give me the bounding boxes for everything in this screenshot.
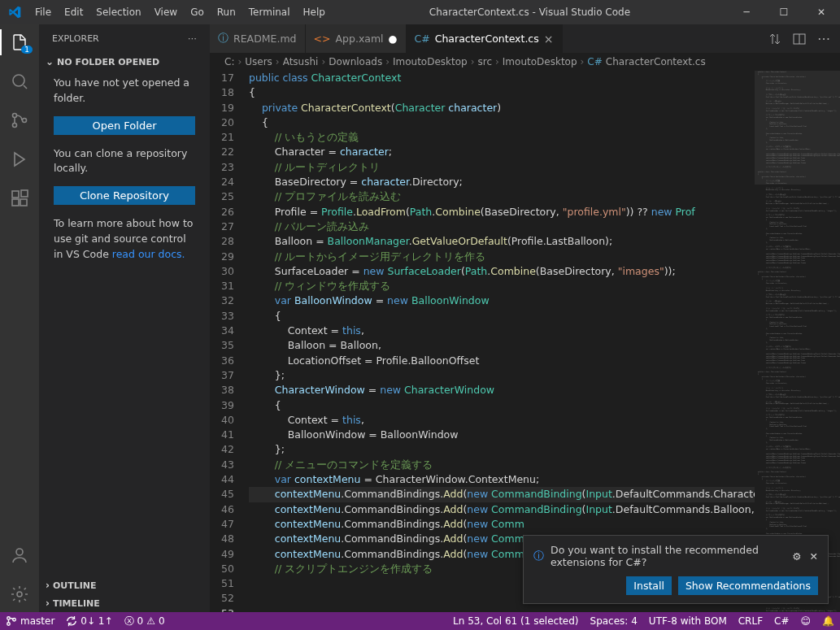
menu-go[interactable]: Go	[184, 7, 211, 18]
errors-item[interactable]: ⓧ0 ⚠0	[119, 615, 171, 628]
svg-point-9	[17, 592, 22, 597]
clone-repo-button[interactable]: Clone Repository	[54, 186, 195, 205]
menu-view[interactable]: View	[148, 7, 184, 18]
install-button[interactable]: Install	[626, 576, 672, 595]
menu-edit[interactable]: Edit	[58, 7, 89, 18]
svg-point-1	[13, 114, 17, 118]
menu-run[interactable]: Run	[211, 7, 242, 18]
branch-item[interactable]: master	[0, 615, 60, 627]
clone-message: You can clone a repository locally.	[54, 146, 195, 177]
tabs: ⓘ README.md <> App.xaml ● C# CharacterCo…	[210, 24, 840, 53]
compare-changes-icon[interactable]	[768, 33, 781, 46]
svg-point-12	[7, 623, 11, 626]
split-editor-icon[interactable]	[793, 33, 806, 46]
menu-help[interactable]: Help	[297, 7, 332, 18]
notifications-icon[interactable]: 🔔	[816, 615, 840, 627]
menu-bar[interactable]: File Edit Selection View Go Run Terminal…	[28, 7, 332, 18]
title-bar: File Edit Selection View Go Run Terminal…	[0, 0, 840, 24]
section-no-folder[interactable]: ⌄ NO FOLDER OPENED	[39, 53, 210, 71]
editor-area: ⓘ README.md <> App.xaml ● C# CharacterCo…	[210, 24, 840, 612]
language[interactable]: C#	[768, 615, 794, 627]
extensions-icon[interactable]	[10, 189, 29, 208]
svg-rect-6	[20, 199, 27, 206]
run-debug-icon[interactable]	[10, 150, 29, 169]
chevron-right-icon: ›	[46, 597, 50, 609]
feedback-icon[interactable]: 😊	[794, 615, 816, 627]
indentation[interactable]: Spaces: 4	[585, 615, 643, 627]
encoding[interactable]: UTF-8 with BOM	[643, 615, 733, 627]
more-actions-icon[interactable]: ⋯	[817, 31, 830, 46]
menu-terminal[interactable]: Terminal	[242, 7, 297, 18]
menu-selection[interactable]: Selection	[89, 7, 147, 18]
explorer-icon[interactable]: 1	[10, 33, 29, 52]
sidebar: EXPLORER ⋯ ⌄ NO FOLDER OPENED You have n…	[39, 24, 210, 612]
svg-rect-7	[21, 190, 28, 197]
window-title: CharacterContext.cs - Visual Studio Code	[332, 7, 728, 18]
svg-rect-5	[12, 199, 19, 206]
minimap[interactable]: public class CharacterContext { private …	[755, 71, 840, 612]
maximize-button[interactable]: ☐	[765, 0, 803, 24]
account-icon[interactable]	[10, 545, 29, 565]
activity-bar: 1	[0, 24, 39, 612]
svg-point-11	[7, 617, 11, 620]
svg-point-8	[16, 549, 23, 555]
section-outline[interactable]: › OUTLINE	[39, 576, 210, 594]
code-content[interactable]: public class CharacterContext{ private C…	[249, 71, 755, 612]
sync-item[interactable]: 0↓ 1↑	[60, 615, 118, 627]
svg-point-2	[13, 124, 17, 128]
minimize-button[interactable]: ─	[728, 0, 765, 24]
chevron-down-icon: ⌄	[46, 56, 54, 67]
tab-app-xaml[interactable]: <> App.xaml ●	[306, 24, 407, 53]
close-button[interactable]: ✕	[803, 0, 840, 24]
chevron-right-icon: ›	[46, 580, 50, 591]
cursor-position[interactable]: Ln 53, Col 61 (1 selected)	[447, 615, 584, 627]
source-control-icon[interactable]	[10, 111, 29, 130]
toast-message: Do you want to install the recommended e…	[551, 544, 792, 568]
vscode-logo	[0, 6, 28, 19]
tab-character-context[interactable]: C# CharacterContext.cs ×	[407, 24, 563, 53]
svg-rect-4	[12, 191, 19, 198]
svg-point-0	[13, 75, 24, 86]
search-icon[interactable]	[10, 72, 29, 91]
breadcrumbs[interactable]: C:› Users› Atsushi› Downloads› ImoutoDes…	[210, 53, 840, 71]
eol[interactable]: CRLF	[733, 615, 768, 627]
status-bar: master 0↓ 1↑ ⓧ0 ⚠0 Ln 53, Col 61 (1 sele…	[0, 612, 840, 630]
line-numbers: 1718192021222324252627282930313233343536…	[210, 71, 249, 612]
open-folder-button[interactable]: Open Folder	[54, 116, 195, 135]
dirty-icon: ●	[389, 33, 398, 45]
no-folder-message: You have not yet opened a folder.	[54, 76, 195, 106]
close-icon[interactable]: ✕	[810, 550, 818, 563]
gear-icon[interactable]: ⚙	[792, 550, 801, 563]
more-icon[interactable]: ⋯	[188, 33, 197, 44]
close-icon[interactable]: ×	[544, 33, 554, 46]
sidebar-title: EXPLORER	[52, 33, 99, 44]
docs-message: To learn more about how to use git and s…	[54, 216, 195, 262]
show-recommendations-button[interactable]: Show Recommendations	[678, 576, 818, 595]
settings-icon[interactable]	[10, 584, 29, 604]
section-timeline[interactable]: › TIMELINE	[39, 594, 210, 612]
svg-point-3	[23, 119, 27, 123]
menu-file[interactable]: File	[28, 7, 58, 18]
docs-link[interactable]: read our docs.	[112, 248, 185, 260]
info-icon: ⓘ	[533, 550, 544, 563]
notification-toast: ⓘ Do you want to install the recommended…	[523, 535, 829, 604]
tab-readme[interactable]: ⓘ README.md	[210, 24, 306, 53]
